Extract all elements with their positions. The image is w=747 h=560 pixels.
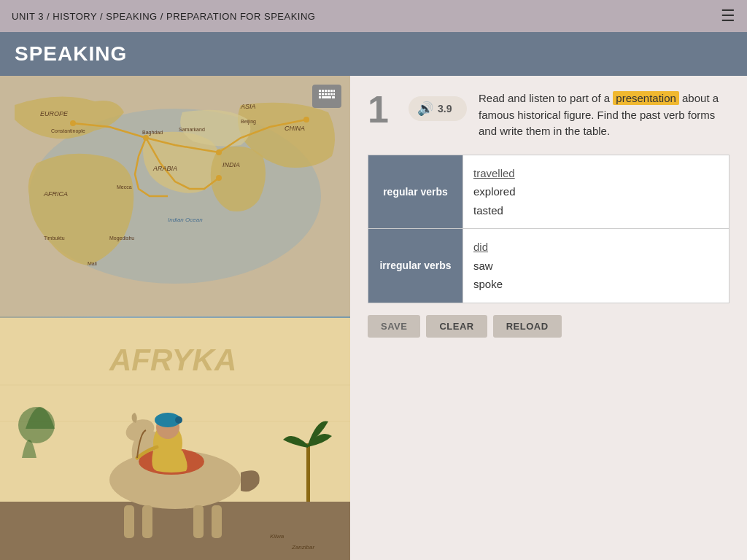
audio-track-label: 3.9 <box>438 103 452 114</box>
hamburger-menu-icon[interactable]: ☰ <box>721 7 735 26</box>
svg-text:Kilwa: Kilwa <box>270 533 285 540</box>
breadcrumb-unit: UNIT 3 <box>12 11 44 22</box>
svg-text:CHINA: CHINA <box>285 125 305 132</box>
instruction-text-before: Read and listen to part of a <box>479 92 613 104</box>
svg-rect-45 <box>124 505 134 538</box>
keyboard-button[interactable] <box>312 85 341 108</box>
main-content: EUROPE AFRICA ASIA CHINA INDIA ARABIA Co… <box>0 76 747 560</box>
action-buttons: SAVE CLEAR RELOAD <box>368 315 729 338</box>
svg-text:EUROPE: EUROPE <box>40 110 69 117</box>
irregular-answer-1-text: did <box>473 241 488 253</box>
svg-text:Mecca: Mecca <box>117 184 132 190</box>
svg-text:Samarkand: Samarkand <box>179 127 205 132</box>
svg-text:Mali: Mali <box>88 261 97 266</box>
right-panel: 1 🔊 3.9 Read and listen to part of a pre… <box>350 76 747 560</box>
svg-text:ASIA: ASIA <box>240 103 256 110</box>
svg-rect-9 <box>325 93 327 96</box>
svg-point-22 <box>216 175 222 181</box>
svg-point-20 <box>216 149 222 155</box>
svg-text:Mogedishu: Mogedishu <box>109 236 134 241</box>
svg-text:Indian Ocean: Indian Ocean <box>168 217 203 223</box>
svg-rect-14 <box>322 96 331 98</box>
audio-button[interactable]: 🔊 3.9 <box>409 96 467 121</box>
svg-rect-15 <box>332 96 335 98</box>
svg-point-21 <box>303 117 309 122</box>
topbar: UNIT 3 / HISTORY / SPEAKING / PREPARATIO… <box>0 0 747 32</box>
svg-rect-12 <box>333 93 335 96</box>
left-panel: EUROPE AFRICA ASIA CHINA INDIA ARABIA Co… <box>0 76 350 560</box>
irregular-verbs-label: irregular verbs <box>368 229 463 303</box>
regular-answer-3: tasted <box>473 201 719 220</box>
breadcrumb-sep3: / <box>160 11 166 22</box>
map-image: EUROPE AFRICA ASIA CHINA INDIA ARABIA Co… <box>0 76 350 318</box>
svg-point-54 <box>18 407 55 443</box>
illustration-image: AFRYKA <box>0 318 350 560</box>
svg-rect-55 <box>306 443 310 502</box>
svg-rect-8 <box>322 93 324 96</box>
regular-verbs-answers[interactable]: travelled explored tasted <box>463 155 729 229</box>
svg-text:AFRICA: AFRICA <box>43 190 68 198</box>
svg-text:Zanzibar: Zanzibar <box>291 544 314 551</box>
svg-rect-39 <box>0 502 350 560</box>
regular-verbs-label: regular verbs <box>368 155 463 229</box>
breadcrumb-preparation: PREPARATION FOR SPEAKING <box>166 11 315 22</box>
page-title: SPEAKING <box>15 42 732 66</box>
svg-rect-47 <box>193 505 204 538</box>
verbs-table: regular verbs travelled explored tasted … <box>368 155 729 303</box>
breadcrumb-history: HISTORY <box>53 11 97 22</box>
irregular-verbs-row: irregular verbs did saw spoke <box>368 229 729 303</box>
regular-answer-1-text: travelled <box>473 167 515 179</box>
keyboard-icon <box>318 89 336 101</box>
svg-text:AFRYKA: AFRYKA <box>109 343 236 377</box>
breadcrumb-sep2: / <box>100 11 106 22</box>
exercise-number: 1 <box>368 90 397 128</box>
highlight-word: presentation <box>613 91 679 105</box>
page-title-bar: SPEAKING <box>0 32 747 76</box>
svg-rect-13 <box>319 96 321 98</box>
breadcrumb-speaking: SPEAKING <box>106 11 157 22</box>
svg-rect-7 <box>319 93 321 96</box>
svg-rect-48 <box>212 505 222 538</box>
svg-text:Baghdad: Baghdad <box>142 130 163 136</box>
irregular-answer-3: spoke <box>473 275 719 294</box>
svg-text:INDIA: INDIA <box>222 161 240 168</box>
svg-text:ARABIA: ARABIA <box>152 165 177 172</box>
svg-rect-5 <box>330 90 333 92</box>
irregular-verbs-answers[interactable]: did saw spoke <box>463 229 729 303</box>
regular-answer-1: travelled <box>473 164 719 183</box>
irregular-answer-1: did <box>473 238 719 257</box>
breadcrumb: UNIT 3 / HISTORY / SPEAKING / PREPARATIO… <box>12 11 315 22</box>
illustration-svg: AFRYKA <box>0 318 350 560</box>
svg-rect-6 <box>333 90 335 92</box>
svg-rect-46 <box>142 505 152 538</box>
svg-rect-10 <box>328 93 330 96</box>
map-svg: EUROPE AFRICA ASIA CHINA INDIA ARABIA Co… <box>0 76 350 316</box>
save-button[interactable]: SAVE <box>368 315 420 338</box>
exercise-instruction: Read and listen to part of a presentatio… <box>479 90 729 140</box>
svg-text:Constantinople: Constantinople <box>51 128 85 134</box>
svg-rect-3 <box>325 90 327 92</box>
clear-button[interactable]: CLEAR <box>426 315 487 338</box>
svg-rect-1 <box>319 90 321 92</box>
irregular-answer-2: saw <box>473 257 719 276</box>
regular-answer-2: explored <box>473 182 719 201</box>
svg-rect-4 <box>328 90 330 92</box>
svg-point-18 <box>70 120 76 126</box>
svg-text:Timbuktu: Timbuktu <box>44 236 65 241</box>
reload-button[interactable]: RELOAD <box>493 315 562 338</box>
svg-rect-11 <box>330 93 333 96</box>
exercise-header: 1 🔊 3.9 Read and listen to part of a pre… <box>368 90 729 140</box>
svg-text:Beijing: Beijing <box>241 119 256 125</box>
svg-rect-2 <box>322 90 324 92</box>
svg-point-19 <box>143 135 149 141</box>
regular-verbs-row: regular verbs travelled explored tasted <box>368 155 729 229</box>
svg-point-53 <box>175 416 182 424</box>
audio-icon: 🔊 <box>417 101 433 117</box>
